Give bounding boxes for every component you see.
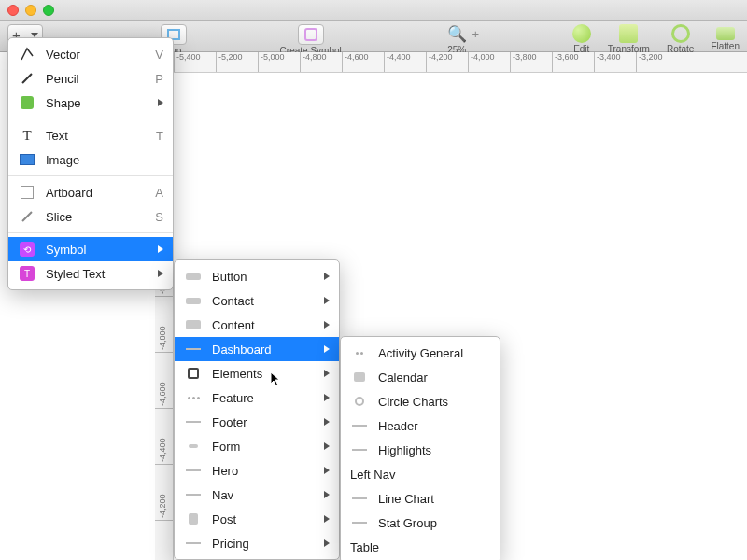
ruler-tick: -3,400 xyxy=(594,52,636,72)
menu-item-symbol[interactable]: ⟲Symbol xyxy=(8,237,173,261)
close-window-button[interactable] xyxy=(7,5,19,16)
category-preview-icon xyxy=(350,514,369,531)
menu-item-pencil[interactable]: PencilP xyxy=(8,66,173,91)
symbol-submenu: ButtonContactContentDashboardElementsFea… xyxy=(174,259,340,560)
menu-item-button[interactable]: Button xyxy=(175,264,339,288)
ruler-tick: -5,200 xyxy=(216,52,258,72)
ruler-tick: -3,800 xyxy=(510,52,552,72)
category-preview-icon xyxy=(184,292,203,309)
submenu-arrow-icon xyxy=(324,297,330,304)
rotate-icon xyxy=(671,24,690,43)
menu-item-label: Shape xyxy=(46,96,148,110)
menu-item-label: Elements xyxy=(212,367,315,381)
submenu-arrow-icon xyxy=(158,245,163,253)
keyboard-shortcut: A xyxy=(147,186,163,200)
dashboard-submenu: Activity GeneralCalendarCircle ChartsHea… xyxy=(340,336,500,560)
menu-item-hero[interactable]: Hero xyxy=(175,458,339,483)
menu-item-label: Vector xyxy=(46,48,137,62)
menu-separator xyxy=(8,232,173,233)
edit-tool[interactable]: Edit xyxy=(572,24,591,54)
menu-item-footer[interactable]: Footer xyxy=(175,410,339,434)
category-preview-icon xyxy=(184,365,203,382)
insert-menu: VectorVPencilPShapeTTextTImageArtboardAS… xyxy=(7,37,174,290)
menu-item-line-chart[interactable]: Line Chart xyxy=(341,486,500,511)
keyboard-shortcut: T xyxy=(147,129,163,143)
menu-item-contact[interactable]: Contact xyxy=(175,288,339,313)
menu-item-nav[interactable]: Nav xyxy=(175,483,339,507)
menu-item-vector[interactable]: VectorV xyxy=(8,42,173,66)
menu-item-label: Table xyxy=(350,540,490,554)
menu-item-activity-general[interactable]: Activity General xyxy=(341,341,500,365)
menu-item-shape[interactable]: Shape xyxy=(8,91,173,115)
menu-item-calendar[interactable]: Calendar xyxy=(341,365,500,389)
ruler-tick: -4,600 xyxy=(342,52,384,72)
submenu-arrow-icon xyxy=(324,467,330,474)
menu-item-stat-group[interactable]: Stat Group xyxy=(341,511,500,535)
menu-item-label: Dashboard xyxy=(212,343,315,357)
menu-item-highlights[interactable]: Highlights xyxy=(341,438,500,462)
rotate-tool[interactable]: Rotate xyxy=(667,24,694,54)
menu-item-elements[interactable]: Elements xyxy=(175,361,339,385)
ruler-tick: -4,800 xyxy=(155,297,173,353)
transform-tool[interactable]: Transform xyxy=(608,24,650,54)
submenu-arrow-icon xyxy=(324,394,330,401)
submenu-arrow-icon xyxy=(324,539,330,547)
transform-icon xyxy=(619,24,638,43)
menu-item-slice[interactable]: SliceS xyxy=(8,204,173,229)
ruler-tick: -4,200 xyxy=(155,465,173,521)
menu-item-dashboard[interactable]: Dashboard xyxy=(175,337,339,361)
menu-item-post[interactable]: Post xyxy=(175,507,339,531)
menu-item-pricing[interactable]: Pricing xyxy=(175,531,339,555)
menu-item-label: Highlights xyxy=(378,443,490,457)
menu-item-circle-charts[interactable]: Circle Charts xyxy=(341,389,500,413)
menu-item-content[interactable]: Content xyxy=(175,313,339,337)
symbol-icon xyxy=(304,28,317,41)
category-preview-icon xyxy=(184,413,203,430)
zoom-window-button[interactable] xyxy=(43,5,54,16)
category-preview-icon xyxy=(184,438,203,455)
menu-item-label: Line Chart xyxy=(378,492,490,506)
menu-separator xyxy=(8,119,173,119)
menu-item-label: Button xyxy=(212,270,315,284)
zoom-control[interactable]: – 🔍 + 25% xyxy=(434,24,479,55)
menu-item-label: Footer xyxy=(212,415,315,429)
menu-item-label: Pencil xyxy=(46,72,137,86)
menu-item-label: Text xyxy=(46,129,137,143)
submenu-arrow-icon xyxy=(324,370,330,377)
menu-item-form[interactable]: Form xyxy=(175,434,339,458)
menu-item-label: Nav xyxy=(212,488,315,502)
ruler-tick: -3,200 xyxy=(636,52,678,72)
ruler-tick: -3,600 xyxy=(552,52,594,72)
category-preview-icon xyxy=(350,393,369,410)
menu-item-left-nav[interactable]: Left Nav xyxy=(341,462,500,486)
menu-item-table[interactable]: Table xyxy=(341,535,500,559)
menu-item-label: Header xyxy=(378,419,490,433)
menu-item-label: Contact xyxy=(212,294,315,308)
menu-item-styled-text[interactable]: TStyled Text xyxy=(8,261,173,286)
ruler-tick: -4,000 xyxy=(468,52,510,72)
create-symbol-tool[interactable]: Create Symbol xyxy=(280,24,342,56)
category-preview-icon xyxy=(184,389,203,406)
ruler-tick: -4,800 xyxy=(300,52,342,72)
keyboard-shortcut: S xyxy=(147,210,163,224)
menu-item-feature[interactable]: Feature xyxy=(175,385,339,410)
menu-item-label: Image xyxy=(46,153,163,167)
minimize-window-button[interactable] xyxy=(25,5,36,16)
category-preview-icon xyxy=(184,316,203,333)
menu-item-label: Post xyxy=(212,512,315,526)
menu-item-header[interactable]: Header xyxy=(341,413,500,438)
category-preview-icon xyxy=(350,369,369,385)
menu-item-label: Symbol xyxy=(46,243,148,257)
menu-item-image[interactable]: Image xyxy=(8,147,173,172)
menu-item-artboard[interactable]: ArtboardA xyxy=(8,180,173,204)
flatten-tool[interactable]: Flatten xyxy=(711,24,740,51)
menu-item-text[interactable]: TTextT xyxy=(8,123,173,147)
submenu-arrow-icon xyxy=(324,442,330,450)
zoom-out-button[interactable]: – xyxy=(434,27,441,41)
zoom-in-button[interactable]: + xyxy=(472,27,480,41)
ruler-tick: -5,400 xyxy=(174,52,216,72)
submenu-arrow-icon xyxy=(324,515,330,523)
category-preview-icon xyxy=(184,462,203,479)
menu-item-label: Stat Group xyxy=(378,516,490,530)
category-preview-icon xyxy=(184,341,203,357)
